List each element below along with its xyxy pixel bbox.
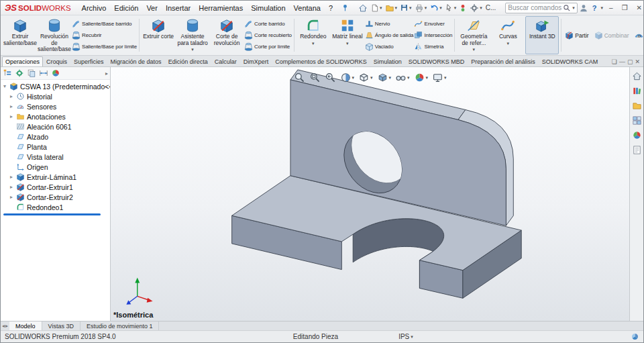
tab-vistas-3d[interactable]: Vistas 3D bbox=[42, 322, 80, 330]
tab-superficies[interactable]: Superficies bbox=[70, 56, 107, 66]
design-library-icon[interactable] bbox=[632, 86, 642, 96]
select-button[interactable]: ▾ bbox=[444, 3, 458, 13]
propertymanager-tab-icon[interactable] bbox=[15, 68, 24, 78]
menu-edicion[interactable]: Edición bbox=[110, 2, 142, 14]
tab-modelo[interactable]: Modelo bbox=[9, 322, 42, 330]
ribbon-button-linear-pattern[interactable]: Matriz lineal ▾ bbox=[331, 16, 364, 54]
ribbon-button-lofted-cut[interactable]: Corte recubierto bbox=[244, 31, 292, 40]
tree-item-extruir-lamina[interactable]: ▸ Extruir-Lámina1 bbox=[1, 172, 110, 182]
options-button[interactable]: ▾ bbox=[469, 3, 483, 13]
view-settings-button[interactable]: ▾ bbox=[431, 71, 447, 84]
units-selector[interactable]: IPS ▾ bbox=[398, 333, 413, 340]
tree-item-planta[interactable]: Planta bbox=[1, 142, 110, 152]
configurationmanager-tab-icon[interactable] bbox=[27, 68, 36, 78]
tree-root[interactable]: ▾ CSWA 13 (Predeterminado<<Predete bbox=[1, 81, 110, 91]
expand-icon[interactable]: ▸ bbox=[9, 184, 14, 190]
chevron-down-icon[interactable]: ▾ bbox=[572, 5, 575, 10]
home-button[interactable] bbox=[358, 3, 368, 13]
tab-mbd[interactable]: SOLIDWORKS MBD bbox=[405, 56, 468, 66]
tree-item-redondeo[interactable]: Redondeo1 bbox=[1, 202, 110, 212]
ribbon-button-swept-cut[interactable]: Corte barrido bbox=[244, 19, 292, 28]
doc-minimize-icon[interactable]: — bbox=[619, 58, 625, 65]
rebuild-button[interactable] bbox=[458, 3, 468, 13]
tree-item-alzado[interactable]: Alzado bbox=[1, 132, 110, 142]
tree-item-material[interactable]: Aleación 6061 bbox=[1, 121, 110, 132]
rollback-bar[interactable] bbox=[3, 213, 101, 215]
qat-overflow-label[interactable]: C... bbox=[484, 4, 498, 11]
edit-appearance-button[interactable]: ▾ bbox=[413, 71, 429, 84]
menu-ver[interactable]: Ver bbox=[142, 2, 162, 14]
doc-restore-icon[interactable]: ❏ bbox=[612, 58, 617, 65]
pin-menu-icon[interactable] bbox=[341, 3, 350, 12]
file-explorer-icon[interactable] bbox=[632, 101, 642, 111]
ribbon-button-reference-geometry[interactable]: Geometría de refer... ▾ bbox=[457, 16, 490, 54]
new-document-button[interactable]: ▾ bbox=[370, 3, 383, 13]
tab-calcular[interactable]: Calcular bbox=[211, 56, 240, 66]
tree-item-anotaciones[interactable]: ▸ Anotaciones bbox=[1, 111, 110, 121]
ribbon-button-swept-boss[interactable]: Saliente/Base barrido bbox=[72, 19, 137, 28]
featuremanager-tab-icon[interactable] bbox=[3, 68, 12, 78]
view-palette-icon[interactable] bbox=[632, 115, 642, 126]
tree-item-historial[interactable]: ▸ Historial bbox=[1, 91, 110, 101]
tab-dimxpert[interactable]: DimXpert bbox=[240, 56, 272, 66]
ribbon-button-rib[interactable]: Nervio bbox=[365, 19, 414, 28]
menu-help[interactable]: ? bbox=[325, 2, 337, 14]
ribbon-button-boundary-cut[interactable]: Corte por límite bbox=[244, 42, 292, 51]
display-style-button[interactable]: ▾ bbox=[376, 71, 392, 84]
displaymanager-tab-icon[interactable] bbox=[51, 68, 60, 78]
ribbon-button-revolved-cut[interactable]: Corte de revolución bbox=[210, 16, 244, 54]
undo-button[interactable]: ▾ bbox=[429, 3, 443, 13]
ribbon-button-loft[interactable]: Recubrir bbox=[72, 31, 137, 40]
task-home-icon[interactable] bbox=[632, 71, 642, 81]
doc-maximize-icon[interactable]: ▢ bbox=[627, 58, 633, 65]
expand-icon[interactable]: ▸ bbox=[9, 113, 14, 119]
search-icon[interactable] bbox=[563, 4, 571, 12]
ribbon-button-wrap[interactable]: Envolver bbox=[414, 19, 452, 28]
tab-edicion-directa[interactable]: Edición directa bbox=[165, 56, 211, 66]
expand-icon[interactable]: ▸ bbox=[9, 103, 14, 109]
ribbon-button-boundary-boss[interactable]: Saliente/Base por límite bbox=[72, 42, 137, 51]
print-button[interactable]: ▾ bbox=[414, 3, 428, 13]
ribbon-button-revolve-boss[interactable]: Revolución de saliente/base bbox=[38, 16, 71, 54]
menu-simulation[interactable]: Simulation bbox=[247, 2, 289, 14]
appearances-icon[interactable] bbox=[632, 130, 642, 140]
ribbon-button-mirror[interactable]: Simetría bbox=[414, 42, 452, 51]
ribbon-button-intersect[interactable]: Intersección bbox=[414, 31, 452, 40]
tab-simulation[interactable]: Simulation bbox=[370, 56, 405, 66]
menu-herramientas[interactable]: Herramientas bbox=[195, 2, 247, 14]
tree-item-cortar-extruir1[interactable]: ▸ Cortar-Extruir1 bbox=[1, 182, 110, 192]
ribbon-button-draft[interactable]: Ángulo de salida bbox=[365, 31, 414, 40]
menu-archivo[interactable]: Archivo bbox=[78, 2, 111, 14]
view-orientation-button[interactable]: ▾ bbox=[358, 71, 374, 84]
collapse-icon[interactable]: ▾ bbox=[2, 83, 7, 89]
help-button[interactable]: ? bbox=[592, 4, 598, 12]
save-button[interactable]: ▾ bbox=[399, 3, 413, 13]
tab-scroll-left-icon[interactable]: ◂ bbox=[2, 323, 5, 329]
ribbon-button-instant3d[interactable]: Instant 3D bbox=[525, 16, 559, 54]
ribbon-overflow-button[interactable]: » bbox=[637, 32, 641, 40]
panel-flyout-icon[interactable]: ▸ bbox=[105, 70, 108, 77]
close-app-icon[interactable]: ✕ bbox=[634, 3, 644, 13]
zoom-area-button[interactable] bbox=[308, 71, 321, 84]
section-view-button[interactable]: ▾ bbox=[339, 71, 355, 84]
ribbon-button-fillet[interactable]: Redondeo ▾ bbox=[297, 16, 330, 54]
previous-view-button[interactable] bbox=[323, 71, 336, 84]
minimize-app-icon[interactable]: – bbox=[606, 3, 616, 13]
restore-app-icon[interactable]: ❐ bbox=[619, 3, 631, 13]
tree-item-origen[interactable]: Origen bbox=[1, 162, 110, 172]
menu-insertar[interactable]: Insertar bbox=[162, 2, 195, 14]
custom-properties-icon[interactable] bbox=[632, 145, 642, 155]
tab-preparacion[interactable]: Preparación del análisis bbox=[468, 56, 539, 66]
tab-estudio-movimiento[interactable]: Estudio de movimiento 1 bbox=[80, 322, 160, 330]
user-login-icon[interactable] bbox=[579, 3, 588, 13]
menu-ventana[interactable]: Ventana bbox=[290, 2, 325, 14]
statusbar-icon[interactable] bbox=[631, 332, 639, 341]
ribbon-button-curves[interactable]: Curvas ▾ bbox=[491, 16, 525, 54]
open-button[interactable]: ▾ bbox=[384, 3, 398, 13]
tab-scroll-right-icon[interactable]: ▸ bbox=[5, 323, 8, 329]
expand-icon[interactable]: ▸ bbox=[9, 174, 14, 180]
tree-item-sensores[interactable]: ▸ Sensores bbox=[1, 101, 110, 111]
zoom-fit-button[interactable] bbox=[292, 71, 305, 84]
tree-item-vista-lateral[interactable]: Vista lateral bbox=[1, 152, 110, 162]
ribbon-button-split[interactable]: Partir bbox=[564, 30, 590, 41]
